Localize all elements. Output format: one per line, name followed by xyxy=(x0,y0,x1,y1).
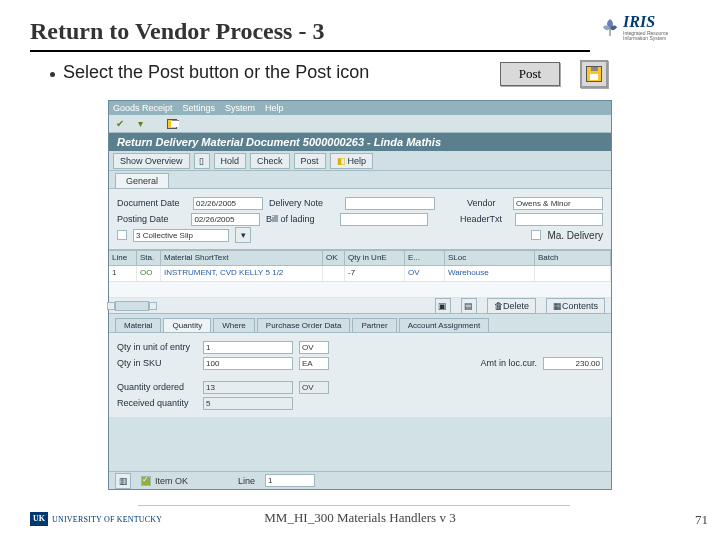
show-overview-button[interactable]: Show Overview xyxy=(113,153,190,169)
menu-item[interactable]: Settings xyxy=(183,103,216,113)
qty-sku-unit: EA xyxy=(299,357,329,370)
sap-system-toolbar: ✔ ▾ xyxy=(109,115,611,133)
vendor-field: Owens & Minor xyxy=(513,197,603,210)
iris-subtitle: Integrated ResourceInformation System xyxy=(623,31,668,41)
col-qty: Qty in UnE xyxy=(345,251,405,265)
qty-uoe-field[interactable]: 1 xyxy=(203,341,293,354)
save-floppy-icon[interactable] xyxy=(165,117,179,131)
line-label: Line xyxy=(238,476,255,486)
col-status: Sta. xyxy=(137,251,161,265)
expand-icon[interactable]: ▥ xyxy=(115,473,131,489)
title-divider xyxy=(30,50,590,52)
contents-icon: ▦ xyxy=(553,301,562,311)
print-checkbox[interactable] xyxy=(117,230,127,240)
col-e: E... xyxy=(405,251,445,265)
qty-recv-field: 5 xyxy=(203,397,293,410)
iris-word: IRIS xyxy=(623,13,668,31)
sap-status-bar: ▥ Item OK Line 1 xyxy=(109,471,611,489)
cell-status: OO xyxy=(137,266,161,281)
detail-body: Qty in unit of entry 1 OV Qty in SKU 100… xyxy=(109,333,611,417)
header-tabstrip: General xyxy=(109,171,611,189)
amt-field[interactable]: 230.00 xyxy=(543,357,603,370)
check-button[interactable]: Check xyxy=(250,153,290,169)
qty-sku-field[interactable]: 100 xyxy=(203,357,293,370)
header-txt-field[interactable] xyxy=(515,213,603,226)
tab-partner[interactable]: Partner xyxy=(352,318,396,332)
cell-shorttext[interactable]: INSTRUMENT, CVD KELLY 5 1/2 xyxy=(161,266,323,281)
trash-icon: 🗑 xyxy=(494,301,503,311)
doc-date-field[interactable]: 02/26/2005 xyxy=(193,197,263,210)
item-grid-header: Line Sta. Material ShortText OK Qty in U… xyxy=(109,250,611,266)
tab-account[interactable]: Account Assignment xyxy=(399,318,489,332)
bill-lading-label: Bill of lading xyxy=(266,214,334,224)
header-txt-label: HeaderTxt xyxy=(460,214,509,224)
line-field[interactable]: 1 xyxy=(265,474,315,487)
tool-icon[interactable]: ▣ xyxy=(435,298,451,314)
deliv-note-field[interactable] xyxy=(345,197,435,210)
bullet-row: Select the Post button or the Post icon xyxy=(50,62,369,83)
sap-window-title: Return Delivery Material Document 500000… xyxy=(117,136,441,148)
help-button[interactable]: ◧Help xyxy=(330,153,374,169)
col-sloc: SLoc xyxy=(445,251,535,265)
ma-delivery-checkbox[interactable] xyxy=(531,230,541,240)
tab-where[interactable]: Where xyxy=(213,318,255,332)
cell-e: OV xyxy=(405,266,445,281)
menu-item[interactable]: Goods Receipt xyxy=(113,103,173,113)
floppy-icon xyxy=(586,66,602,82)
vendor-label: Vendor xyxy=(467,198,507,208)
post-date-field[interactable]: 02/26/2005 xyxy=(191,213,260,226)
qty-sku-label: Qty in SKU xyxy=(117,358,197,368)
qty-ord-label: Quantity ordered xyxy=(117,382,197,392)
item-toolbar: ▣ ▤ 🗑 Delete ▦ Contents xyxy=(109,298,611,314)
col-ok: OK xyxy=(323,251,345,265)
cell-ok xyxy=(323,266,345,281)
qty-uoe-label: Qty in unit of entry xyxy=(117,342,197,352)
sap-window: Goods Receipt Settings System Help ✔ ▾ R… xyxy=(108,100,612,490)
tool-icon[interactable]: ▤ xyxy=(461,298,477,314)
tab-quantity[interactable]: Quantity xyxy=(163,318,211,332)
col-line: Line xyxy=(109,251,137,265)
table-row[interactable]: 1 OO INSTRUMENT, CVD KELLY 5 1/2 -7 OV W… xyxy=(109,266,611,282)
collective-slip-select[interactable]: 3 Collective Slip xyxy=(133,229,229,242)
slide-title: Return to Vendor Process - 3 xyxy=(30,18,324,44)
check-ok-icon[interactable]: ✔ xyxy=(113,117,127,131)
bill-lading-field[interactable] xyxy=(340,213,428,226)
detail-tabstrip: Material Quantity Where Purchase Order D… xyxy=(109,314,611,333)
tab-po-data[interactable]: Purchase Order Data xyxy=(257,318,351,332)
tab-material[interactable]: Material xyxy=(115,318,161,332)
menu-item[interactable]: Help xyxy=(265,103,284,113)
post-label: Post xyxy=(519,66,541,82)
qty-uoe-unit: OV xyxy=(299,341,329,354)
col-batch: Batch xyxy=(535,251,611,265)
cell-batch xyxy=(535,266,611,281)
contents-button[interactable]: ▦ Contents xyxy=(546,298,605,314)
dropdown-icon[interactable]: ▾ xyxy=(133,117,147,131)
menu-item[interactable]: System xyxy=(225,103,255,113)
toggle-tree-icon[interactable]: ▯ xyxy=(194,153,210,169)
slide-title-bar: Return to Vendor Process - 3 xyxy=(30,18,324,45)
header-fields: Document Date 02/26/2005 Delivery Note V… xyxy=(109,189,611,250)
bullet-icon xyxy=(50,72,55,77)
post-button[interactable]: Post xyxy=(294,153,326,169)
ma-delivery-label: Ma. Delivery xyxy=(547,230,603,241)
sap-app-toolbar: Show Overview ▯ Hold Check Post ◧Help xyxy=(109,151,611,171)
item-ok-label: Item OK xyxy=(155,476,188,486)
table-row xyxy=(109,282,611,298)
slip-dropdown-icon[interactable]: ▾ xyxy=(235,227,251,243)
footer-text: MM_HI_300 Materials Handlers v 3 xyxy=(0,510,720,526)
delete-button[interactable]: 🗑 Delete xyxy=(487,298,536,314)
bullet-text: Select the Post button or the Post icon xyxy=(63,62,369,83)
deliv-note-label: Delivery Note xyxy=(269,198,339,208)
save-icon-sample xyxy=(580,60,608,88)
footer-divider xyxy=(138,505,570,506)
tab-general[interactable]: General xyxy=(115,173,169,188)
sap-title-bar: Return Delivery Material Document 500000… xyxy=(109,133,611,151)
qty-recv-label: Received quantity xyxy=(117,398,197,408)
iris-flower-icon xyxy=(600,17,620,37)
qty-ord-field: 13 xyxy=(203,381,293,394)
hscroll-icon[interactable] xyxy=(115,301,149,311)
item-ok-checkbox[interactable] xyxy=(141,476,151,486)
qty-ord-unit: OV xyxy=(299,381,329,394)
slide-number: 71 xyxy=(695,512,708,528)
hold-button[interactable]: Hold xyxy=(214,153,247,169)
